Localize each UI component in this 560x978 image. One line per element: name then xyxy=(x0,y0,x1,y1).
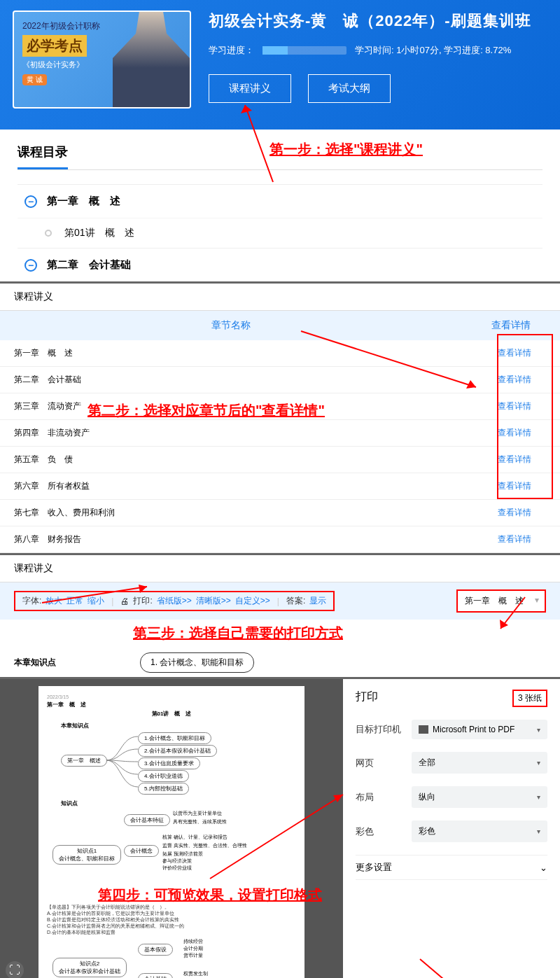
row-chapter-name: 第六章 所有者权益 xyxy=(14,480,483,492)
view-detail-link[interactable]: 查看详情 xyxy=(483,400,546,412)
dest-select[interactable]: Microsoft Print to PDF xyxy=(412,720,547,739)
printer-icon: 🖨 xyxy=(120,596,129,606)
thumb-badge: 黄 诚 xyxy=(22,74,47,85)
leaf: 持续经营 xyxy=(183,938,203,945)
mind-node: 会计基础 xyxy=(138,973,173,978)
fullscreen-button[interactable]: ⛶ xyxy=(6,961,24,978)
mind-node: 知识点1 会计概念、职能和目标 xyxy=(52,845,121,865)
row-chapter-name: 第三章 流动资产 xyxy=(14,400,483,412)
leaf: 参与经济决策 xyxy=(162,858,192,865)
row-chapter-name: 第四章 非流动资产 xyxy=(14,427,483,439)
pages-label: 网页 xyxy=(356,757,412,769)
font-label: 字体: xyxy=(22,595,41,607)
thumb-sub: 《初级会计实务》 xyxy=(22,60,100,70)
table-row: 第五章 负 债查看详情 xyxy=(0,447,560,473)
answer-show-link[interactable]: 显示 xyxy=(309,595,326,607)
table-row: 第三章 流动资产查看详情 xyxy=(0,393,560,420)
collapse-icon[interactable]: − xyxy=(24,259,37,272)
directory-section: 课程目录 − 第一章 概 述 第01讲 概 述 − 第二章 会计基础 xyxy=(0,130,560,281)
zoom-out-link[interactable]: 缩小 xyxy=(88,595,104,607)
page-kp: 本章知识点 xyxy=(61,722,296,729)
course-thumbnail: 2022年初级会计职称 必学考点 《初级会计实务》 黄 诚 xyxy=(13,11,191,109)
leaf: 拓展 预测经济前景 xyxy=(162,851,203,858)
eco-print-link[interactable]: 省纸版>> xyxy=(157,595,192,607)
leaf: 评价经营业绩 xyxy=(162,865,192,872)
table-row: 第七章 收入、费用和利润查看详情 xyxy=(0,500,560,526)
notes-header: 课程讲义 xyxy=(0,284,560,311)
pages-select[interactable]: 全部 xyxy=(412,752,547,774)
print-label: 打印: xyxy=(133,595,152,607)
leaf: 货币计量 xyxy=(183,952,203,959)
lecture-row[interactable]: 第01讲 概 述 xyxy=(18,218,542,248)
toolbar-header: 课程讲义 xyxy=(0,555,560,582)
view-detail-link[interactable]: 查看详情 xyxy=(483,454,546,466)
page-lecture: 第01讲 概 述 xyxy=(47,710,296,718)
thumb-title: 必学考点 xyxy=(22,35,87,57)
mind-node: 会计概念 xyxy=(124,845,159,857)
course-header: 2022年初级会计职称 必学考点 《初级会计实务》 黄 诚 初级会计实务-黄 诚… xyxy=(0,0,560,130)
preview-page: 2022/3/15 第一章 概 述 第01讲 概 述 本章知识点 第一章 概述 … xyxy=(38,686,304,978)
custom-print-link[interactable]: 自定义>> xyxy=(235,595,270,607)
sheet-count: 3 张纸 xyxy=(512,690,547,707)
print-preview: 2022/3/15 第一章 概 述 第01讲 概 述 本章知识点 第一章 概述 … xyxy=(0,679,343,978)
more-settings[interactable]: 更多设置 xyxy=(356,855,547,880)
chapter-name: 第一章 概 述 xyxy=(47,195,120,208)
mind-node: 2.会计基本假设和会计基础 xyxy=(138,745,217,757)
mind-node: 基本假设 xyxy=(138,944,173,956)
color-select[interactable]: 彩色 xyxy=(412,820,547,842)
lecture-name: 第01讲 概 述 xyxy=(64,227,134,239)
toolbar-section: 课程讲义 字体: 放大 正常 缩小 | 🖨 打印: 省纸版>> 清晰版>> 自定… xyxy=(0,553,560,677)
table-row: 第一章 概 述查看详情 xyxy=(0,340,560,367)
chapter-name: 第二章 会计基础 xyxy=(47,258,131,272)
view-detail-link[interactable]: 查看详情 xyxy=(483,347,546,359)
chapter-select[interactable]: 第一章 概 述 xyxy=(456,589,546,613)
print-dialog: 打印 3 张纸 目标打印机 Microsoft Print to PDF 网页 … xyxy=(343,679,560,978)
row-chapter-name: 第二章 会计基础 xyxy=(14,374,483,386)
row-chapter-name: 第五章 负 债 xyxy=(14,454,483,466)
print-section: 2022/3/15 第一章 概 述 第01讲 概 述 本章知识点 第一章 概述 … xyxy=(0,677,560,978)
answer-label: 答案: xyxy=(286,595,305,607)
row-chapter-name: 第一章 概 述 xyxy=(14,347,483,359)
kp-label: 本章知识点 xyxy=(14,657,56,669)
kp-bubble: 1. 会计概念、职能和目标 xyxy=(140,652,254,673)
view-detail-link[interactable]: 查看详情 xyxy=(483,507,546,519)
view-detail-link[interactable]: 查看详情 xyxy=(483,374,546,386)
table-head: 章节名称 查看详情 xyxy=(0,311,560,340)
chapter-row[interactable]: − 第二章 会计基础 xyxy=(18,248,542,281)
row-chapter-name: 第八章 财务报告 xyxy=(14,533,483,545)
layout-select[interactable]: 纵向 xyxy=(412,786,547,808)
col-chapter-name: 章节名称 xyxy=(0,319,462,332)
mind-node: 第一章 概述 xyxy=(61,755,107,767)
table-row: 第二章 会计基础查看详情 xyxy=(0,367,560,393)
view-detail-link[interactable]: 查看详情 xyxy=(483,427,546,439)
page-sub: 知识点 xyxy=(61,799,296,807)
hd-print-link[interactable]: 清晰版>> xyxy=(196,595,231,607)
normal-link[interactable]: 正常 xyxy=(66,595,83,607)
layout-label: 布局 xyxy=(356,791,412,804)
notes-table-section: 课程讲义 章节名称 查看详情 第一章 概 述查看详情第二章 会计基础查看详情第三… xyxy=(0,281,560,553)
print-title: 打印 xyxy=(356,690,378,707)
instructor-photo xyxy=(113,11,190,107)
notes-button[interactable]: 课程讲义 xyxy=(209,74,291,103)
mind-node: 5.内部控制基础 xyxy=(138,783,189,795)
collapse-icon[interactable]: − xyxy=(24,195,37,208)
col-view: 查看详情 xyxy=(462,319,560,332)
table-row: 第八章 财务报告查看详情 xyxy=(0,526,560,553)
highlight-box: 字体: 放大 正常 缩小 | 🖨 打印: 省纸版>> 清晰版>> 自定义>> |… xyxy=(14,591,335,611)
mind-node: 1.会计概念、职能和目标 xyxy=(138,732,211,744)
progress-label: 学习进度： xyxy=(209,44,254,57)
page-chapter: 第一章 概 述 xyxy=(47,701,296,708)
mind-node: 4.会计职业道德 xyxy=(138,770,189,782)
view-detail-link[interactable]: 查看详情 xyxy=(483,480,546,492)
zoom-in-link[interactable]: 放大 xyxy=(46,595,62,607)
progress-stats: 学习时间: 1小时07分, 学习进度: 8.72% xyxy=(355,44,511,57)
toolbar: 字体: 放大 正常 缩小 | 🖨 打印: 省纸版>> 清晰版>> 自定义>> |… xyxy=(0,582,560,620)
content-title: 第一章 概 述 xyxy=(0,620,560,648)
outline-button[interactable]: 考试大纲 xyxy=(308,74,391,103)
leaf: 会计分期 xyxy=(183,945,203,952)
dest-label: 目标打印机 xyxy=(356,723,412,736)
color-label: 彩色 xyxy=(356,825,412,838)
printer-icon xyxy=(419,725,428,734)
view-detail-link[interactable]: 查看详情 xyxy=(483,533,546,545)
chapter-row[interactable]: − 第一章 概 述 xyxy=(18,184,542,218)
